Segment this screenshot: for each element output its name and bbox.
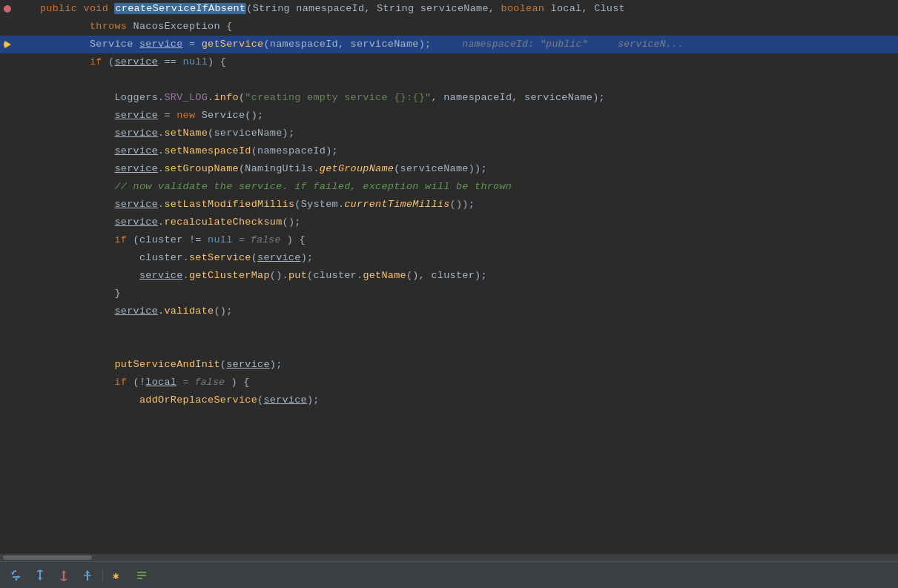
- code-line-content: if (cluster != null = false ) {: [37, 231, 311, 249]
- breakpoint-area: [0, 89, 15, 107]
- code-line-content: service.setName(serviceName);: [37, 125, 300, 142]
- code-line-content: if (!local = false ) {: [37, 374, 256, 392]
- breakpoint-area: [0, 231, 15, 249]
- breakpoint-area: [0, 214, 15, 231]
- code-scroll[interactable]: public void createServiceIfAbsent(String…: [0, 0, 898, 554]
- code-line-content: public void createServiceIfAbsent(String…: [37, 0, 631, 18]
- trace-icon: [135, 569, 148, 582]
- code-line-content: [37, 320, 52, 338]
- line-gutter: [15, 53, 37, 71]
- code-line-content: service.recalculateChecksum();: [37, 214, 307, 231]
- breakpoint-area: [0, 53, 15, 71]
- code-line-content: }: [37, 285, 127, 303]
- evaluate-icon: ✱: [111, 569, 125, 582]
- code-line-content: service.getClusterMap().put(cluster.getN…: [37, 267, 493, 285]
- code-line-content: service.setLastModifiedMillis(System.cur…: [37, 196, 481, 214]
- editor-container: public void createServiceIfAbsent(String…: [0, 0, 898, 588]
- code-line: service = new Service();: [0, 107, 898, 125]
- line-gutter: [15, 71, 37, 89]
- line-gutter: [15, 356, 37, 374]
- line-gutter: [15, 36, 37, 53]
- line-gutter: [15, 374, 37, 392]
- code-line-content: [37, 338, 52, 356]
- breakpoint-area: [0, 374, 15, 392]
- line-gutter: [15, 338, 37, 356]
- line-gutter: [15, 303, 37, 320]
- code-line: [0, 71, 898, 89]
- breakpoint-area: [0, 392, 15, 409]
- breakpoint-area: [0, 125, 15, 142]
- code-line: service.recalculateChecksum();: [0, 214, 898, 231]
- breakpoint-area: [0, 320, 15, 338]
- code-line-content: putServiceAndInit(service);: [37, 356, 288, 374]
- evaluate-expression-button[interactable]: ✱: [108, 565, 128, 586]
- code-line-content: throws NacosException {: [37, 18, 239, 36]
- step-into-button[interactable]: [30, 565, 50, 586]
- breakpoint-dot: [4, 5, 11, 13]
- code-line: [0, 320, 898, 338]
- breakpoint-area: [0, 0, 15, 18]
- step-into-icon: [33, 569, 47, 582]
- line-gutter: [15, 249, 37, 267]
- line-gutter: [15, 178, 37, 196]
- code-line-content: addOrReplaceService(service);: [37, 392, 326, 409]
- breakpoint-area: [0, 356, 15, 374]
- code-line: public void createServiceIfAbsent(String…: [0, 0, 898, 18]
- trace-button[interactable]: [131, 565, 152, 586]
- breakpoint-area: [0, 285, 15, 303]
- code-line: addOrReplaceService(service);: [0, 392, 898, 409]
- breakpoint-area: [0, 249, 15, 267]
- code-line-content: service.setGroupName(NamingUtils.getGrou…: [37, 160, 493, 178]
- line-gutter: [15, 231, 37, 249]
- step-over-button[interactable]: [6, 565, 27, 586]
- code-line: service.setName(serviceName);: [0, 125, 898, 142]
- breakpoint-area: [0, 267, 15, 285]
- code-line: [0, 338, 898, 356]
- breakpoint-area: [0, 107, 15, 125]
- code-area: public void createServiceIfAbsent(String…: [0, 0, 898, 554]
- code-line-content: if (service == null) {: [37, 53, 232, 71]
- code-line: }: [0, 285, 898, 303]
- run-to-cursor-icon: [81, 569, 94, 582]
- line-gutter: [15, 320, 37, 338]
- code-line-content: service.validate();: [37, 303, 239, 320]
- line-gutter: [15, 18, 37, 36]
- svg-marker-0: [11, 572, 14, 575]
- svg-marker-10: [62, 570, 66, 573]
- scrollbar-thumb[interactable]: [3, 555, 92, 560]
- line-gutter: [15, 196, 37, 214]
- breakpoint-area: [0, 196, 15, 214]
- svg-marker-2: [18, 575, 20, 578]
- code-line-content: Service service = getService(namespaceId…: [37, 36, 690, 53]
- svg-marker-14: [85, 570, 90, 573]
- svg-marker-6: [38, 578, 42, 581]
- code-line-content: [37, 71, 52, 89]
- run-to-cursor-button[interactable]: [77, 565, 98, 586]
- step-out-button[interactable]: [53, 565, 74, 586]
- line-gutter: [15, 0, 37, 18]
- code-line-content: Loggers.SRV_LOG.info("creating empty ser…: [37, 89, 611, 107]
- code-line: if (!local = false ) {: [0, 374, 898, 392]
- line-gutter: [15, 125, 37, 142]
- line-gutter: [15, 89, 37, 107]
- code-line: // now validate the service. if failed, …: [0, 178, 898, 196]
- toolbar-separator: [102, 568, 103, 583]
- code-line-content: service.setNamespaceId(namespaceId);: [37, 142, 344, 160]
- code-line: throws NacosException {: [0, 18, 898, 36]
- line-gutter: [15, 160, 37, 178]
- code-line: service.validate();: [0, 303, 898, 320]
- breakpoint-area: [0, 338, 15, 356]
- horizontal-scrollbar[interactable]: [0, 554, 898, 561]
- breakpoint-area: [0, 142, 15, 160]
- svg-marker-4: [15, 578, 18, 581]
- code-line: service.setLastModifiedMillis(System.cur…: [0, 196, 898, 214]
- breakpoint-area: [0, 18, 15, 36]
- code-line-highlighted: Service service = getService(namespaceId…: [0, 36, 898, 53]
- svg-text:✱: ✱: [113, 569, 119, 581]
- code-line-content: service = new Service();: [37, 107, 269, 125]
- step-out-icon: [57, 569, 70, 582]
- code-line: cluster.setService(service);: [0, 249, 898, 267]
- step-over-icon: [10, 569, 23, 582]
- breakpoint-area: [0, 36, 15, 53]
- code-line: if (cluster != null = false ) {: [0, 231, 898, 249]
